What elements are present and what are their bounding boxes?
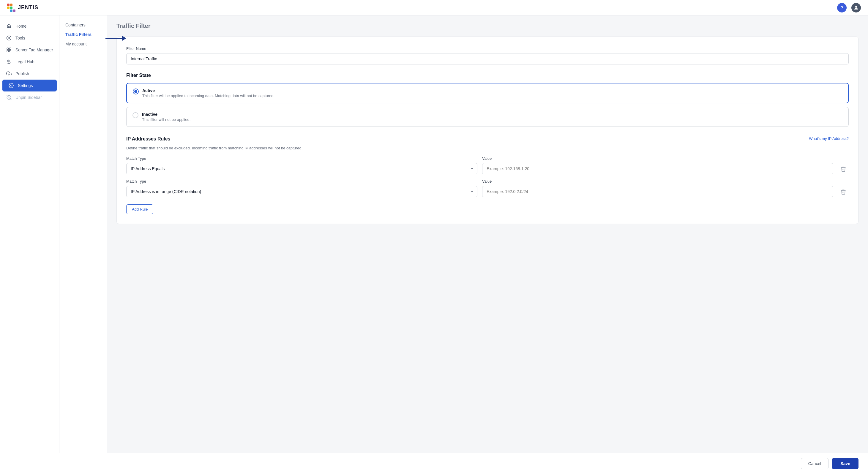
logo-dot (10, 6, 12, 9)
radio-inactive-title: Inactive (142, 112, 190, 117)
ip-rules-header: IP Addresses Rules What's my IP Address? (126, 136, 849, 144)
unpin-icon (6, 94, 12, 100)
delete-rule-1-button[interactable] (838, 164, 849, 174)
logo-dot (10, 9, 12, 12)
svg-point-9 (11, 85, 12, 87)
rule-row-2: Match Type IP Address Equals IP Address … (126, 179, 849, 197)
logo-dot (7, 6, 9, 9)
arrow-indicator (105, 36, 126, 41)
radio-inactive-content: Inactive This filter will not be applied… (142, 112, 190, 122)
match-type-label-2: Match Type (126, 179, 477, 184)
radio-inactive-circle (132, 112, 138, 118)
rule-1-value-col: Value (482, 156, 833, 174)
sidebar-item-label: Server Tag Manager (16, 48, 53, 52)
value-input-1[interactable] (482, 163, 833, 174)
match-type-label-1: Match Type (126, 156, 477, 161)
rule-1-match-type-col: Match Type IP Address Equals IP Address … (126, 156, 477, 174)
sidebar-item-label: Tools (16, 36, 25, 40)
svg-rect-4 (9, 48, 11, 49)
save-button[interactable]: Save (832, 458, 859, 469)
logo-dot (13, 4, 16, 6)
sidebar-item-label: Home (16, 24, 26, 29)
svg-line-10 (6, 95, 11, 100)
logo-grid (7, 4, 16, 12)
server-tag-icon (6, 47, 12, 53)
top-header: JENTIS ? (0, 0, 868, 15)
filter-name-label: Filter Name (126, 46, 849, 51)
match-type-select-wrapper-1: IP Address Equals IP Address is in range… (126, 163, 477, 174)
help-icon[interactable]: ? (837, 3, 847, 12)
sidebar: Home Tools Server Tag Manager Legal Hub … (0, 15, 59, 474)
logo-dot (10, 4, 12, 6)
sidebar-item-settings[interactable]: Settings (2, 80, 57, 92)
cancel-button[interactable]: Cancel (801, 458, 829, 469)
logo-dot (13, 6, 16, 9)
ip-rules-desc: Define traffic that should be excluded. … (126, 146, 849, 150)
header-icons: ? (837, 3, 861, 12)
rule-2-match-type-col: Match Type IP Address Equals IP Address … (126, 179, 477, 197)
delete-rule-2-button[interactable] (838, 187, 849, 197)
radio-inactive[interactable]: Inactive This filter will not be applied… (126, 107, 849, 127)
radio-active-content: Active This filter will be applied to in… (142, 88, 275, 98)
ip-rules-title: IP Addresses Rules (126, 136, 170, 142)
radio-active[interactable]: Active This filter will be applied to in… (126, 83, 849, 103)
rule-2-value-col: Value (482, 179, 833, 197)
svg-rect-6 (9, 51, 11, 52)
svg-point-1 (7, 36, 11, 40)
publish-icon (6, 71, 12, 76)
filter-name-section: Filter Name (126, 46, 849, 64)
footer-actions: Cancel Save (0, 453, 868, 474)
arrow-line (105, 38, 122, 39)
rule-row-1: Match Type IP Address Equals IP Address … (126, 156, 849, 174)
value-input-2[interactable] (482, 186, 833, 197)
match-type-select-1[interactable]: IP Address Equals IP Address is in range… (126, 163, 477, 174)
radio-inactive-desc: This filter will not be applied. (142, 117, 190, 122)
tools-icon (6, 35, 12, 41)
home-icon (6, 23, 12, 29)
sidebar-item-legal-hub[interactable]: Legal Hub (0, 56, 59, 68)
filter-state-title: Filter State (126, 73, 849, 78)
match-type-select-wrapper-2: IP Address Equals IP Address is in range… (126, 186, 477, 197)
page-title: Traffic Filter (117, 23, 859, 29)
sidebar-item-label: Publish (16, 71, 29, 76)
logo-dot (7, 9, 9, 12)
value-label-2: Value (482, 179, 833, 184)
sidebar-item-home[interactable]: Home (0, 20, 59, 32)
sidebar-item-publish[interactable]: Publish (0, 68, 59, 80)
settings-icon (8, 83, 14, 89)
svg-point-0 (855, 6, 857, 8)
sub-nav-containers[interactable]: Containers (59, 20, 106, 30)
sidebar-item-label: Legal Hub (16, 59, 34, 64)
what-ip-link[interactable]: What's my IP Address? (809, 136, 849, 141)
sub-nav-my-account[interactable]: My account (59, 39, 106, 49)
sidebar-item-label: Unpin Sidebar (16, 95, 42, 100)
radio-active-title: Active (142, 88, 275, 93)
svg-rect-3 (7, 48, 8, 49)
logo-dot (13, 9, 16, 12)
sidebar-item-unpin[interactable]: Unpin Sidebar (0, 92, 59, 103)
main-content: Traffic Filter Filter Name Filter State … (107, 15, 868, 474)
sub-nav-traffic-filters[interactable]: Traffic Filters (59, 30, 106, 39)
radio-active-circle (133, 89, 139, 94)
logo-text: JENTIS (18, 4, 38, 11)
radio-active-desc: This filter will be applied to incoming … (142, 94, 275, 98)
sub-nav-container: Containers Traffic Filters My account (59, 15, 107, 474)
sidebar-item-label: Settings (18, 83, 33, 88)
sidebar-item-server-tag-manager[interactable]: Server Tag Manager (0, 44, 59, 56)
logo-dot (7, 4, 9, 6)
value-label-1: Value (482, 156, 833, 161)
arrow-head (122, 36, 126, 41)
svg-point-2 (8, 37, 10, 39)
add-rule-button[interactable]: Add Rule (126, 204, 153, 214)
filter-name-input[interactable] (126, 53, 849, 64)
sidebar-item-tools[interactable]: Tools (0, 32, 59, 44)
match-type-select-2[interactable]: IP Address Equals IP Address is in range… (126, 186, 477, 197)
app-body: Home Tools Server Tag Manager Legal Hub … (0, 0, 868, 474)
legal-hub-icon (6, 59, 12, 65)
logo: JENTIS (7, 4, 38, 12)
sub-nav: Containers Traffic Filters My account (59, 15, 107, 474)
user-avatar[interactable] (851, 3, 861, 12)
traffic-filter-card: Filter Name Filter State Active This fil… (117, 36, 859, 224)
svg-rect-5 (7, 51, 8, 52)
